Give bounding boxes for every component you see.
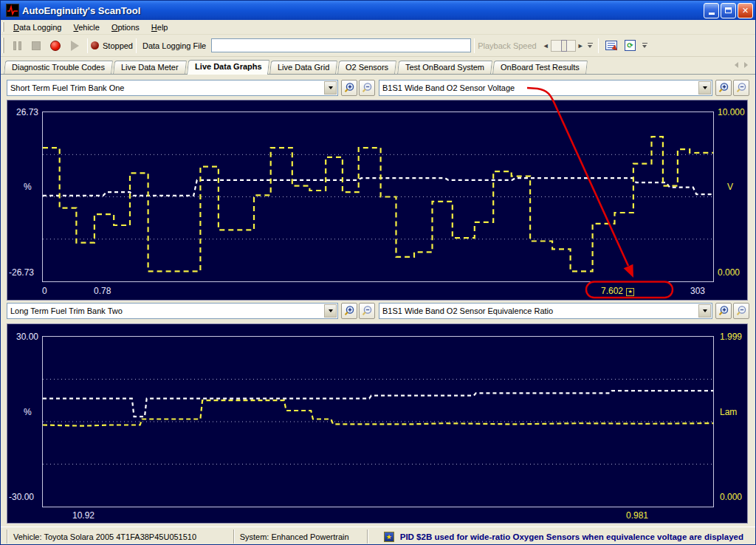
graph2-left-axis-max: 30.00 <box>16 332 38 342</box>
chevron-down-icon[interactable] <box>324 304 337 318</box>
slider-thumb[interactable] <box>561 40 567 52</box>
tab-diagnostic-trouble-codes[interactable]: Diagnostic Trouble Codes <box>4 61 113 74</box>
window-title: AutoEnginuity's ScanTool <box>22 5 702 16</box>
chevron-down-icon[interactable] <box>324 81 337 95</box>
toolbar-overflow-chevron-icon[interactable] <box>588 43 593 48</box>
tab-live-data-grid[interactable]: Live Data Grid <box>269 61 337 74</box>
app-logo-icon <box>6 4 19 17</box>
graph2-panel: 30.00 % -30.00 1.999 Lam 0.000 10.92 0.9… <box>7 323 748 524</box>
recording-status-icon <box>91 41 99 49</box>
graph1-x-end: 303 <box>690 286 705 296</box>
menu-bar-items: Data LoggingVehicleOptionsHelp <box>7 21 174 33</box>
graph2-left-parameter-select[interactable]: Long Term Fuel Trim Bank Two <box>7 303 338 319</box>
data-logging-file-input[interactable] <box>211 38 471 52</box>
graph2-left-parameter-value: Long Term Fuel Trim Bank Two <box>7 306 324 315</box>
graph1-left-zoom-in-button[interactable] <box>341 80 357 96</box>
menu-bar: Data LoggingVehicleOptionsHelp <box>1 20 755 35</box>
graph2-left-current-value: 10.92 <box>72 510 94 521</box>
graph1-right-axis-min: 0.000 <box>718 267 740 278</box>
menu-item-help[interactable]: Help <box>145 21 174 33</box>
toolbar-separator <box>136 38 137 53</box>
tab-test-onboard-system[interactable]: Test OnBoard System <box>397 61 492 74</box>
graph1-plot-area[interactable] <box>42 112 714 282</box>
graph1-left-zoom-out-button[interactable] <box>359 80 375 96</box>
pause-button[interactable] <box>8 37 26 55</box>
stop-button[interactable] <box>27 37 45 55</box>
tab-onboard-test-results[interactable]: OnBoard Test Results <box>492 61 588 74</box>
minimize-button[interactable] <box>704 3 719 18</box>
graph2-right-zoom-in-button[interactable] <box>715 303 732 319</box>
graph2-right-axis-max: 1.999 <box>720 332 742 342</box>
record-button[interactable] <box>47 37 64 55</box>
toolbar-separator <box>474 38 475 53</box>
toolbar-separator <box>87 38 88 53</box>
toolbar-grip-handle[interactable] <box>2 38 4 52</box>
graph2-left-zoom-in-button[interactable] <box>341 303 357 319</box>
edit-notes-button[interactable] <box>602 37 620 55</box>
graph1-right-axis-max: 10.000 <box>718 107 745 117</box>
graph1-chart <box>43 112 713 281</box>
chevron-down-icon[interactable] <box>698 304 711 318</box>
graph1-right-current-value: 7.602★ <box>601 286 634 296</box>
chevron-down-icon[interactable] <box>698 81 711 95</box>
graph2-right-current-value: 0.981 <box>626 510 648 521</box>
menu-grip-handle[interactable] <box>2 22 4 32</box>
tab-bar: Diagnostic Trouble CodesLive Data MeterL… <box>1 60 755 75</box>
tab-live-data-meter[interactable]: Live Data Meter <box>113 61 187 74</box>
system-status-section: System: Enhanced Powertrain <box>233 529 367 544</box>
pid-note-section: ★ PID $2B used for wide-ratio Oxygen Sen… <box>367 529 749 544</box>
slider-right-arrow-icon[interactable]: ► <box>576 42 585 49</box>
graph1-left-axis-unit: % <box>24 182 32 192</box>
graph1-right-parameter-select[interactable]: B1S1 Wide Band O2 Sensor Voltage <box>379 80 712 96</box>
graph1-panel: 26.73 % -26.73 10.000 V 0.000 0 0.78 7.6… <box>7 100 748 301</box>
close-button[interactable]: ✕ <box>738 3 753 18</box>
graph1-left-axis-min: -26.73 <box>9 267 34 278</box>
app-window: AutoEnginuity's ScanTool ✕ Data LoggingV… <box>0 0 756 545</box>
restore-button[interactable] <box>721 3 736 18</box>
vehicle-status-section: Vehicle: Toyota Solara 2005 4T1FA38P45U0… <box>7 529 233 544</box>
play-button[interactable] <box>66 37 83 55</box>
graph1-left-current-value: 0.78 <box>94 286 111 296</box>
graph1-left-parameter-select[interactable]: Short Term Fuel Trim Bank One <box>7 80 338 96</box>
slider-track[interactable] <box>551 40 576 52</box>
graph2-plot-area[interactable] <box>42 336 714 507</box>
playback-speed-slider[interactable]: ◄ ► <box>541 40 585 52</box>
tab-o2-sensors[interactable]: O2 Sensors <box>337 61 396 74</box>
toolbar-separator <box>598 38 599 53</box>
minimize-icon <box>709 13 715 15</box>
graph2-left-zoom-out-button[interactable] <box>359 303 375 319</box>
play-icon <box>71 41 79 51</box>
graph1-x-start: 0 <box>42 286 47 296</box>
tab-live-data-graphs[interactable]: Live Data Graphs <box>187 60 270 75</box>
graph1-right-zoom-in-button[interactable] <box>715 80 732 96</box>
pid-note-icon: ★ <box>384 532 394 542</box>
menu-item-options[interactable]: Options <box>106 21 145 33</box>
close-icon: ✕ <box>742 6 749 16</box>
restore-icon <box>725 7 732 13</box>
tab-scroll-left-icon[interactable] <box>735 62 738 68</box>
playback-speed-label: Playback Speed <box>478 41 537 50</box>
graph1-right-zoom-out-button[interactable] <box>733 80 749 96</box>
recording-status-label: Stopped <box>103 41 133 50</box>
graph2-right-parameter-select[interactable]: B1S1 Wide Band O2 Sensor Equivalence Rat… <box>379 303 712 319</box>
graph1-right-parameter-value: B1S1 Wide Band O2 Sensor Voltage <box>379 83 698 92</box>
graph2-left-axis-min: -30.00 <box>9 492 34 502</box>
graph2-right-zoom-out-button[interactable] <box>733 303 749 319</box>
tab-scroll-right-icon[interactable] <box>744 62 748 68</box>
data-logging-file-label: Data Logging File <box>142 41 206 50</box>
toolbar-overflow-chevron-icon[interactable] <box>642 43 647 48</box>
graph2-right-axis-min: 0.000 <box>720 492 742 502</box>
pause-icon <box>13 41 21 50</box>
menu-item-data-logging[interactable]: Data Logging <box>7 21 67 33</box>
graph2-right-axis-unit: Lam <box>720 407 737 417</box>
tab-strip: Diagnostic Trouble CodesLive Data MeterL… <box>4 60 588 74</box>
slider-left-arrow-icon[interactable]: ◄ <box>541 42 551 49</box>
title-bar: AutoEnginuity's ScanTool ✕ <box>1 1 755 20</box>
graph2-right-parameter-value: B1S1 Wide Band O2 Sensor Equivalence Rat… <box>379 306 698 315</box>
pid-note-text: PID $2B used for wide-ratio Oxygen Senso… <box>400 532 743 541</box>
graph2-chart <box>43 337 713 507</box>
graph2-left-axis-unit: % <box>24 407 32 417</box>
menu-item-vehicle[interactable]: Vehicle <box>67 21 105 33</box>
refresh-connection-button[interactable]: ⟳ <box>622 37 639 55</box>
graph1-selector-row: Short Term Fuel Trim Bank One B1S1 Wide … <box>1 80 755 97</box>
